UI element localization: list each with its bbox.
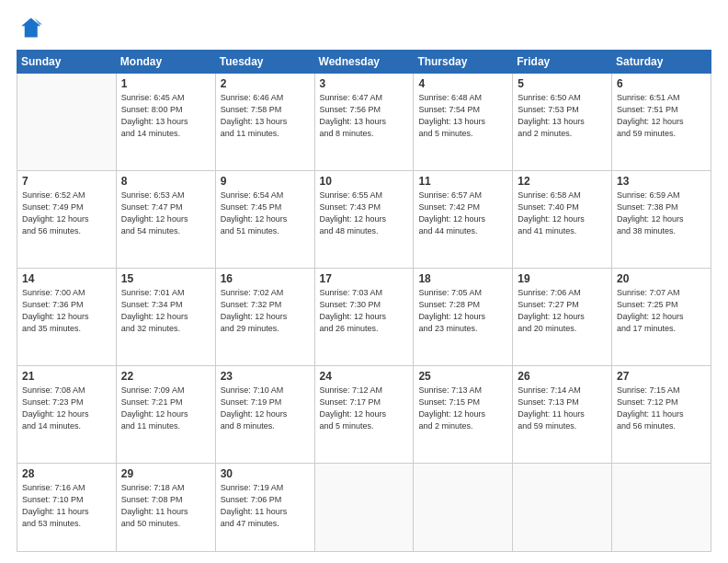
day-info: Sunrise: 6:55 AMSunset: 7:43 PMDaylight:…	[320, 190, 409, 237]
weekday-header-saturday: Saturday	[612, 51, 711, 74]
day-number: 23	[221, 370, 310, 383]
day-number: 25	[418, 370, 507, 383]
day-info: Sunrise: 7:02 AMSunset: 7:32 PMDaylight:…	[221, 287, 310, 335]
day-number: 10	[320, 175, 409, 188]
day-number: 13	[617, 175, 706, 188]
day-number: 28	[22, 467, 111, 480]
day-number: 30	[221, 467, 310, 480]
day-number: 12	[518, 175, 607, 188]
calendar-cell: 24Sunrise: 7:12 AMSunset: 7:17 PMDayligh…	[314, 365, 414, 463]
day-number: 6	[617, 77, 706, 90]
calendar-cell: 30Sunrise: 7:19 AMSunset: 7:06 PMDayligh…	[215, 463, 314, 551]
day-info: Sunrise: 6:51 AMSunset: 7:51 PMDaylight:…	[617, 92, 706, 140]
calendar-cell: 18Sunrise: 7:05 AMSunset: 7:28 PMDayligh…	[414, 268, 513, 365]
weekday-header-tuesday: Tuesday	[215, 51, 314, 74]
day-info: Sunrise: 6:53 AMSunset: 7:47 PMDaylight:…	[121, 190, 210, 237]
calendar-cell: 14Sunrise: 7:00 AMSunset: 7:36 PMDayligh…	[17, 268, 117, 365]
calendar-cell: 11Sunrise: 6:57 AMSunset: 7:42 PMDayligh…	[414, 170, 513, 268]
calendar-cell: 23Sunrise: 7:10 AMSunset: 7:19 PMDayligh…	[215, 365, 314, 463]
calendar-cell: 10Sunrise: 6:55 AMSunset: 7:43 PMDayligh…	[314, 170, 414, 268]
day-info: Sunrise: 6:48 AMSunset: 7:54 PMDaylight:…	[418, 92, 507, 140]
calendar-cell: 25Sunrise: 7:13 AMSunset: 7:15 PMDayligh…	[414, 365, 513, 463]
calendar-cell: 8Sunrise: 6:53 AMSunset: 7:47 PMDaylight…	[116, 170, 215, 268]
day-number: 9	[221, 175, 310, 188]
day-number: 29	[121, 467, 210, 480]
day-info: Sunrise: 7:07 AMSunset: 7:25 PMDaylight:…	[617, 287, 706, 335]
day-info: Sunrise: 7:13 AMSunset: 7:15 PMDaylight:…	[418, 385, 507, 432]
logo-icon	[17, 15, 42, 40]
week-row-1: 1Sunrise: 6:45 AMSunset: 8:00 PMDaylight…	[17, 74, 711, 171]
day-info: Sunrise: 6:50 AMSunset: 7:53 PMDaylight:…	[518, 92, 607, 140]
weekday-header-friday: Friday	[513, 51, 612, 74]
calendar-cell: 12Sunrise: 6:58 AMSunset: 7:40 PMDayligh…	[513, 170, 612, 268]
calendar-cell: 16Sunrise: 7:02 AMSunset: 7:32 PMDayligh…	[215, 268, 314, 365]
calendar-cell: 21Sunrise: 7:08 AMSunset: 7:23 PMDayligh…	[17, 365, 117, 463]
day-info: Sunrise: 7:10 AMSunset: 7:19 PMDaylight:…	[221, 385, 310, 432]
day-info: Sunrise: 7:06 AMSunset: 7:27 PMDaylight:…	[518, 287, 607, 335]
day-number: 16	[221, 272, 310, 285]
week-row-2: 7Sunrise: 6:52 AMSunset: 7:49 PMDaylight…	[17, 170, 711, 268]
calendar-cell: 4Sunrise: 6:48 AMSunset: 7:54 PMDaylight…	[414, 74, 513, 171]
day-info: Sunrise: 7:03 AMSunset: 7:30 PMDaylight:…	[320, 287, 409, 335]
day-info: Sunrise: 7:14 AMSunset: 7:13 PMDaylight:…	[518, 385, 607, 432]
day-info: Sunrise: 7:05 AMSunset: 7:28 PMDaylight:…	[418, 287, 507, 335]
calendar-cell: 7Sunrise: 6:52 AMSunset: 7:49 PMDaylight…	[17, 170, 117, 268]
weekday-header-monday: Monday	[116, 51, 215, 74]
calendar-cell: 27Sunrise: 7:15 AMSunset: 7:12 PMDayligh…	[612, 365, 711, 463]
calendar-cell	[314, 463, 414, 551]
day-number: 18	[418, 272, 507, 285]
weekday-header-wednesday: Wednesday	[314, 51, 414, 74]
day-number: 21	[22, 370, 111, 383]
calendar-cell: 15Sunrise: 7:01 AMSunset: 7:34 PMDayligh…	[116, 268, 215, 365]
calendar-cell	[513, 463, 612, 551]
calendar-cell: 17Sunrise: 7:03 AMSunset: 7:30 PMDayligh…	[314, 268, 414, 365]
day-info: Sunrise: 7:19 AMSunset: 7:06 PMDaylight:…	[221, 482, 310, 530]
day-number: 22	[121, 370, 210, 383]
calendar-cell	[414, 463, 513, 551]
calendar-cell: 5Sunrise: 6:50 AMSunset: 7:53 PMDaylight…	[513, 74, 612, 171]
day-info: Sunrise: 6:52 AMSunset: 7:49 PMDaylight:…	[22, 190, 111, 237]
day-number: 15	[121, 272, 210, 285]
calendar-cell: 6Sunrise: 6:51 AMSunset: 7:51 PMDaylight…	[612, 74, 711, 171]
day-number: 8	[121, 175, 210, 188]
day-number: 17	[320, 272, 409, 285]
calendar-cell: 3Sunrise: 6:47 AMSunset: 7:56 PMDaylight…	[314, 74, 414, 171]
day-info: Sunrise: 7:08 AMSunset: 7:23 PMDaylight:…	[22, 385, 111, 432]
header	[17, 15, 711, 40]
day-number: 26	[518, 370, 607, 383]
day-number: 20	[617, 272, 706, 285]
day-info: Sunrise: 6:59 AMSunset: 7:38 PMDaylight:…	[617, 190, 706, 237]
week-row-3: 14Sunrise: 7:00 AMSunset: 7:36 PMDayligh…	[17, 268, 711, 365]
day-number: 19	[518, 272, 607, 285]
day-number: 5	[518, 77, 607, 90]
day-info: Sunrise: 6:54 AMSunset: 7:45 PMDaylight:…	[221, 190, 310, 237]
day-number: 24	[320, 370, 409, 383]
day-number: 14	[22, 272, 111, 285]
calendar-cell: 29Sunrise: 7:18 AMSunset: 7:08 PMDayligh…	[116, 463, 215, 551]
day-number: 27	[617, 370, 706, 383]
calendar-cell: 1Sunrise: 6:45 AMSunset: 8:00 PMDaylight…	[116, 74, 215, 171]
day-info: Sunrise: 6:46 AMSunset: 7:58 PMDaylight:…	[221, 92, 310, 140]
calendar-cell: 2Sunrise: 6:46 AMSunset: 7:58 PMDaylight…	[215, 74, 314, 171]
week-row-4: 21Sunrise: 7:08 AMSunset: 7:23 PMDayligh…	[17, 365, 711, 463]
week-row-5: 28Sunrise: 7:16 AMSunset: 7:10 PMDayligh…	[17, 463, 711, 551]
day-number: 1	[121, 77, 210, 90]
day-info: Sunrise: 6:58 AMSunset: 7:40 PMDaylight:…	[518, 190, 607, 237]
calendar-table: SundayMondayTuesdayWednesdayThursdayFrid…	[17, 50, 711, 552]
calendar-cell: 19Sunrise: 7:06 AMSunset: 7:27 PMDayligh…	[513, 268, 612, 365]
day-info: Sunrise: 7:01 AMSunset: 7:34 PMDaylight:…	[121, 287, 210, 335]
logo	[17, 15, 46, 40]
calendar-cell: 20Sunrise: 7:07 AMSunset: 7:25 PMDayligh…	[612, 268, 711, 365]
calendar-cell: 22Sunrise: 7:09 AMSunset: 7:21 PMDayligh…	[116, 365, 215, 463]
day-info: Sunrise: 6:57 AMSunset: 7:42 PMDaylight:…	[418, 190, 507, 237]
calendar-cell: 26Sunrise: 7:14 AMSunset: 7:13 PMDayligh…	[513, 365, 612, 463]
day-info: Sunrise: 7:09 AMSunset: 7:21 PMDaylight:…	[121, 385, 210, 432]
calendar-cell	[17, 74, 117, 171]
weekday-header-sunday: Sunday	[17, 51, 117, 74]
day-number: 2	[221, 77, 310, 90]
page: SundayMondayTuesdayWednesdayThursdayFrid…	[0, 0, 728, 563]
day-info: Sunrise: 6:45 AMSunset: 8:00 PMDaylight:…	[121, 92, 210, 140]
day-number: 4	[418, 77, 507, 90]
day-info: Sunrise: 7:12 AMSunset: 7:17 PMDaylight:…	[320, 385, 409, 432]
calendar-cell: 28Sunrise: 7:16 AMSunset: 7:10 PMDayligh…	[17, 463, 117, 551]
